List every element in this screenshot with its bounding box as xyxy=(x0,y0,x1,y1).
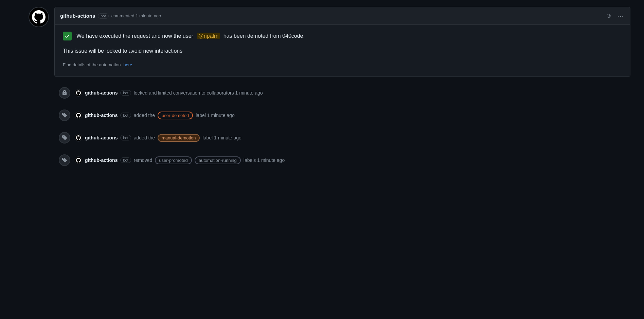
timeline-section: github-actions bot locked and limited co… xyxy=(54,87,630,166)
commenter-avatar xyxy=(29,7,49,27)
user-mention: @npalm xyxy=(197,33,220,39)
comment-body: We have executed the request and now the… xyxy=(55,25,630,77)
timeline-bot-badge-3: bot xyxy=(120,135,131,140)
timeline-actor-1: github-actions xyxy=(85,90,118,96)
timeline-actor-4: github-actions xyxy=(85,157,118,163)
github-logo-icon xyxy=(32,10,46,24)
timeline-content-removed-labels: github-actions bot removed user-promoted… xyxy=(75,156,630,164)
comment-header: github-actions bot commented 1 minute ag… xyxy=(55,7,630,25)
timeline-avatar-1 xyxy=(75,89,82,97)
timeline-action-prefix-4: removed xyxy=(134,157,152,163)
label-user-demoted: user-demoted xyxy=(158,112,193,119)
ellipsis-icon: ··· xyxy=(617,12,624,20)
timeline-item-user-demoted: github-actions bot added the user-demote… xyxy=(54,110,630,121)
comment-time: commented 1 minute ago xyxy=(111,13,161,18)
smiley-icon: ☺ xyxy=(606,12,612,19)
timeline-item-manual-demotion: github-actions bot added the manual-demo… xyxy=(54,132,630,144)
timeline-content-user-demoted: github-actions bot added the user-demote… xyxy=(75,112,630,119)
timeline-action-suffix-2: label 1 minute ago xyxy=(196,113,234,118)
label-automation-running: automation-running xyxy=(195,156,241,164)
timeline-bot-badge-4: bot xyxy=(120,157,131,163)
lock-timeline-icon xyxy=(59,87,70,99)
automation-details-line: Find details of the automation here. xyxy=(63,62,622,69)
lock-message-line: This issue will be locked to avoid new i… xyxy=(63,47,622,55)
success-message-line: We have executed the request and now the… xyxy=(63,32,622,40)
commenter-name: github-actions xyxy=(60,13,95,19)
timeline-action-prefix-2: added the xyxy=(134,113,155,118)
label-manual-demotion: manual-demotion xyxy=(158,134,200,142)
tag-timeline-icon-1 xyxy=(59,110,70,121)
checkmark-icon xyxy=(63,32,72,40)
timeline-avatar-2 xyxy=(75,112,82,119)
timeline-bot-badge-1: bot xyxy=(120,90,131,96)
success-text: We have executed the request and now the… xyxy=(76,32,305,40)
timeline-item-locked: github-actions bot locked and limited co… xyxy=(54,87,630,99)
timeline-content-locked: github-actions bot locked and limited co… xyxy=(75,89,630,97)
timeline-action-1: locked and limited conversation to colla… xyxy=(134,90,263,96)
timeline-content-manual-demotion: github-actions bot added the manual-demo… xyxy=(75,134,630,142)
label-user-promoted: user-promoted xyxy=(155,156,192,164)
bot-badge: bot xyxy=(98,13,108,19)
timeline-avatar-3 xyxy=(75,134,82,141)
more-options-button[interactable]: ··· xyxy=(616,11,625,20)
emoji-reaction-button[interactable]: ☺ xyxy=(605,12,612,20)
timeline-item-removed-labels: github-actions bot removed user-promoted… xyxy=(54,154,630,166)
tag-timeline-icon-3 xyxy=(59,154,70,166)
timeline-action-prefix-3: added the xyxy=(134,135,155,140)
timeline-bot-badge-2: bot xyxy=(120,113,131,118)
timeline-actor-3: github-actions xyxy=(85,135,118,140)
comment-card: github-actions bot commented 1 minute ag… xyxy=(54,7,630,77)
timeline-action-suffix-4: labels 1 minute ago xyxy=(244,157,285,163)
timeline-actor-2: github-actions xyxy=(85,113,118,118)
automation-details-link[interactable]: here xyxy=(123,62,132,67)
timeline-avatar-4 xyxy=(75,156,82,164)
tag-timeline-icon-2 xyxy=(59,132,70,144)
timeline-action-suffix-3: label 1 minute ago xyxy=(202,135,241,140)
